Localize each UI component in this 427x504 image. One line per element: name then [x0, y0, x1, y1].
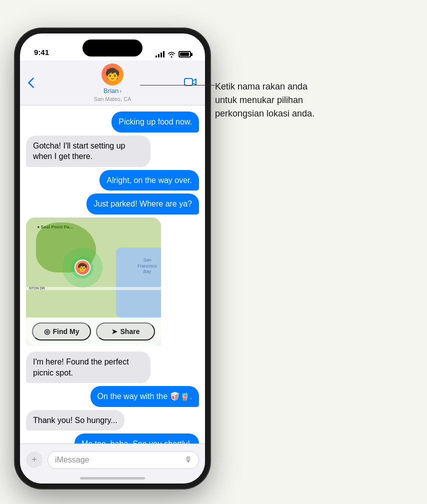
annotation-text: Ketik nama rakan andauntuk menukar pilih… — [215, 80, 405, 120]
message-bubble: Alright, on the way over. — [100, 170, 199, 191]
message-bubble: Picking up food now. — [112, 112, 199, 132]
message-row: Picking up food now. — [26, 112, 199, 132]
map-buttons: ◎ Find My ➤ Share — [26, 318, 161, 346]
message-row: Me too, haha. See you shortly! 😎 — [26, 434, 199, 444]
contact-avatar: 🧒 — [102, 64, 124, 86]
message-row-map: ● Seal Point Pa... SanFranciscoBay NTON … — [26, 218, 199, 348]
input-placeholder: iMessage — [55, 456, 89, 464]
message-row: Gotcha! I'll start setting up when I get… — [26, 136, 199, 167]
message-bubble: Gotcha! I'll start setting up when I get… — [26, 136, 150, 167]
annotation-wrapper: Ketik nama rakan andauntuk menukar pilih… — [215, 80, 405, 120]
message-bubble: Just parked! Where are ya? — [86, 194, 199, 214]
phone-frame: 9:41 — [15, 28, 210, 488]
message-row: I'm here! Found the perfect picnic spot. — [26, 352, 199, 383]
home-indicator — [80, 477, 145, 480]
battery-icon — [178, 51, 191, 58]
contact-name[interactable]: Brian › — [104, 87, 122, 94]
message-row: Thank you! So hungry... — [26, 410, 199, 431]
status-time: 9:41 — [34, 48, 49, 58]
message-bubble: On the way with the 🥡🧋. — [90, 386, 199, 407]
svg-rect-0 — [184, 78, 192, 86]
share-location-button[interactable]: ➤ Share — [96, 322, 155, 340]
video-call-button[interactable] — [184, 76, 197, 90]
message-row: On the way with the 🥡🧋. — [26, 386, 199, 407]
share-arrow-icon: ➤ — [112, 328, 118, 336]
road-label: NTON DR — [29, 286, 45, 290]
message-bubble: I'm here! Found the perfect picnic spot. — [26, 352, 150, 383]
message-bubble: Thank you! So hungry... — [26, 410, 124, 431]
location-avatar: 🧒 — [74, 260, 90, 276]
mic-icon[interactable]: 🎙 — [184, 456, 192, 464]
message-row: Alright, on the way over. — [26, 170, 199, 191]
dynamic-island — [82, 40, 142, 56]
signal-bars-icon — [156, 51, 164, 58]
add-attachment-button[interactable]: + — [26, 452, 42, 468]
wifi-icon — [168, 52, 176, 58]
findmy-button[interactable]: ◎ Find My — [32, 322, 91, 340]
back-button[interactable] — [28, 78, 34, 88]
map-area: ● Seal Point Pa... SanFranciscoBay NTON … — [26, 218, 161, 318]
location-dot: 🧒 — [62, 248, 102, 288]
map-park-label: ● Seal Point Pa... — [37, 224, 73, 230]
map-bubble[interactable]: ● Seal Point Pa... SanFranciscoBay NTON … — [26, 218, 161, 346]
message-bubble: Me too, haha. See you shortly! 😎 — [74, 434, 199, 444]
message-input[interactable]: iMessage 🎙 — [48, 451, 199, 469]
contact-location: San Mateo, CA — [94, 96, 132, 102]
header-center[interactable]: 🧒 Brian › San Mateo, CA — [94, 64, 132, 102]
chat-header: 🧒 Brian › San Mateo, CA — [20, 60, 205, 106]
status-icons — [156, 51, 191, 58]
findmy-icon: ◎ — [44, 328, 50, 336]
messages-area: Picking up food now. Gotcha! I'll start … — [20, 106, 205, 444]
annotation-line — [140, 85, 215, 86]
map-bay-label: SanFranciscoBay — [138, 258, 157, 275]
message-row: Just parked! Where are ya? — [26, 194, 199, 214]
